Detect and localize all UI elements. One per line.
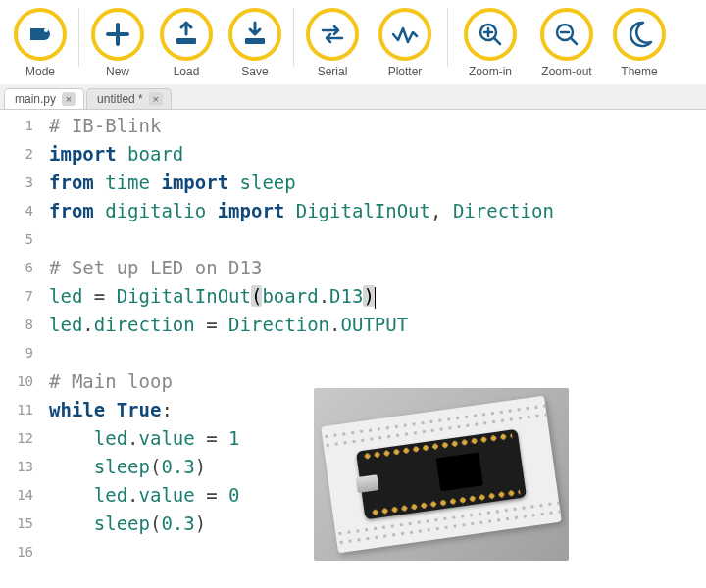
code-token: board (127, 143, 183, 165)
code-token (82, 285, 93, 307)
microcontroller-photo (314, 388, 569, 561)
save-button[interactable]: Save (221, 8, 289, 78)
code-token: = (94, 285, 105, 307)
usb-port-graphic (356, 474, 379, 493)
toolbar-label: Theme (621, 65, 657, 78)
code-token: led (94, 427, 127, 449)
code-token (49, 484, 94, 506)
zoom-out-button[interactable]: Zoom-out (529, 8, 605, 78)
code-line[interactable]: import board (49, 140, 554, 169)
code-token: from (49, 200, 94, 221)
code-token: ( (150, 513, 161, 534)
tab-label: main.py (15, 92, 56, 106)
code-token (218, 427, 228, 449)
tab-label: untitled * (97, 92, 143, 106)
line-number: 1 (0, 112, 33, 140)
code-token: DigitalInOut (117, 285, 251, 307)
load-button[interactable]: Load (152, 8, 221, 78)
serial-button[interactable]: Serial (298, 8, 367, 78)
close-icon[interactable]: × (149, 92, 163, 106)
zoom-in-icon (464, 8, 517, 61)
toolbar-group: Zoom-inZoom-outTheme (452, 8, 674, 78)
code-token (105, 285, 116, 307)
code-token: import (161, 172, 228, 193)
tab-untitled-[interactable]: untitled *× (86, 88, 172, 109)
code-token: sleep (240, 172, 296, 193)
save-icon (228, 8, 281, 61)
code-token: ) (363, 285, 374, 307)
code-token: value (139, 484, 195, 506)
code-token: digitalio (105, 200, 206, 221)
pcb-graphic (356, 429, 527, 519)
code-token: Direction (453, 200, 554, 221)
plus-icon (91, 8, 144, 61)
code-token: from (49, 172, 94, 193)
close-icon[interactable]: × (62, 92, 76, 106)
code-token: import (218, 200, 285, 221)
toolbar-group: SerialPlotter (298, 8, 443, 78)
code-line[interactable]: from time import sleep (49, 169, 554, 197)
code-token (228, 172, 239, 193)
code-token (218, 314, 228, 335)
zoom-in-button[interactable]: Zoom-in (452, 8, 529, 78)
toolbar-label: Load (174, 65, 200, 78)
code-token: . (319, 285, 329, 307)
plotter-icon (378, 8, 431, 61)
code-token (49, 513, 94, 534)
new-button[interactable]: New (83, 8, 152, 78)
code-token: direction (94, 314, 195, 335)
code-token (284, 200, 295, 221)
code-line[interactable] (49, 339, 554, 368)
line-number: 7 (0, 282, 33, 311)
theme-button[interactable]: Theme (605, 8, 674, 78)
line-number-gutter: 12345678910111213141516 (0, 110, 43, 566)
code-token (218, 484, 228, 506)
tab-main-py[interactable]: main.py× (4, 88, 84, 109)
code-token: 1 (228, 427, 239, 449)
code-token: = (206, 427, 217, 449)
code-token: OUTPUT (341, 314, 409, 335)
code-token: board (262, 285, 318, 307)
code-token: . (82, 314, 93, 335)
line-number: 3 (0, 169, 33, 197)
line-number: 4 (0, 197, 33, 225)
toolbar-group: NewLoadSave (83, 8, 289, 78)
code-token: : (161, 399, 172, 420)
serial-icon (306, 8, 359, 61)
code-token: # Set up LED on D13 (49, 257, 262, 278)
line-number: 11 (0, 396, 33, 424)
code-line[interactable]: led.direction = Direction.OUTPUT (49, 311, 554, 339)
code-token: sleep (94, 456, 150, 477)
code-token: 0 (228, 484, 239, 506)
code-token (195, 314, 206, 335)
code-line[interactable]: from digitalio import DigitalInOut, Dire… (49, 197, 554, 225)
line-number: 5 (0, 225, 33, 254)
code-token (117, 143, 127, 165)
code-line[interactable]: # IB-Blink (49, 112, 554, 140)
code-token (195, 484, 206, 506)
code-token: ( (251, 285, 262, 307)
code-token (49, 427, 94, 449)
code-token: . (127, 484, 138, 506)
line-number: 14 (0, 481, 33, 510)
code-token: time (105, 172, 150, 193)
text-cursor (375, 287, 376, 309)
code-token: led (49, 314, 82, 335)
code-token: value (139, 427, 195, 449)
line-number: 13 (0, 453, 33, 481)
code-token (105, 399, 116, 420)
plotter-button[interactable]: Plotter (367, 8, 443, 78)
code-token (206, 200, 217, 221)
code-token (150, 172, 161, 193)
code-token (94, 200, 105, 221)
code-line[interactable]: # Set up LED on D13 (49, 254, 554, 282)
code-line[interactable]: led = DigitalInOut(board.D13) (49, 282, 554, 311)
code-token (49, 456, 94, 477)
mode-button[interactable]: Mode (6, 8, 75, 78)
code-token: Direction (228, 314, 329, 335)
theme-icon (613, 8, 666, 61)
zoom-out-icon (540, 8, 593, 61)
toolbar-label: Serial (318, 65, 348, 78)
toolbar-label: Zoom-in (469, 65, 512, 78)
code-line[interactable] (49, 225, 554, 254)
